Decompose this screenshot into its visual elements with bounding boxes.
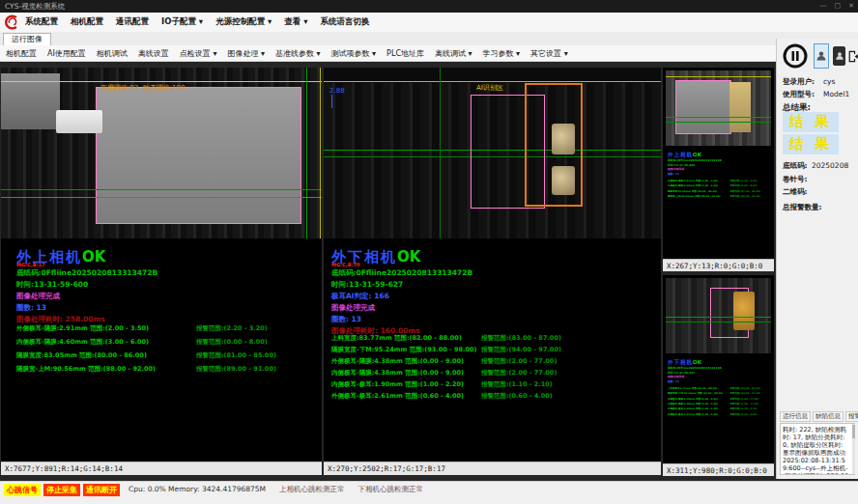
result-sub-lower: MG:C,B:70 (331, 262, 359, 267)
green-guide-line (666, 322, 771, 322)
pause-button[interactable] (782, 42, 809, 70)
alarm-text: 报警范围:(83.00 - 87.00) (730, 387, 760, 390)
measure-text: 上料宽度:83.77mm 范围:(82.00 - 88.00) (668, 387, 717, 390)
log-text-area[interactable]: 耗时: 222, 缺陷检测耗时: 17, 缺陷分类耗时: 0, 缺陷提取分区耗时… (780, 423, 855, 475)
log-tab-alarm-info[interactable]: 报警信息 (845, 411, 858, 422)
green-guide-line (1, 197, 322, 198)
alarm-count-label: 总报警数量: (783, 203, 822, 212)
model-value: Model1 (823, 90, 849, 98)
alarm-text: 报警范围:(1.10 - 2.10) (730, 407, 758, 410)
alarm-text: 报警范围:(1.10 - 2.10) (481, 380, 553, 389)
alarm-text: 报警范围:(2.00 - 77.00) (481, 369, 557, 378)
measure-text: 外侧极耳-隔膜:2.91mm 范围:(2.00 - 3.50) (16, 324, 149, 332)
menu-item-io-config[interactable]: IO子配置 ▾ (161, 16, 203, 28)
count-line: 圈数: 13 (16, 303, 46, 313)
time-line: 时间:13-31-59-627 (668, 371, 695, 375)
green-guide-line (1, 189, 322, 190)
result-badge-upper: 结 果 (783, 112, 839, 132)
measure-text: 隔膜宽-上M:90.56mm 范围:(88.00 - 92.00) (668, 195, 721, 198)
pixel-coords-upper: X:7677;Y:891;R:14;G:14;B:14 (1, 462, 322, 475)
alarm-text: 报警范围:(89.00 - 91.00) (196, 365, 276, 374)
mini-result-lower: 外下相机OK 底纸码:0Ffliine2025020813313472B 时间:… (668, 358, 778, 366)
measure-text: 隔膜宽度:83.05mm 范围:(80.00 - 86.00) (16, 351, 147, 359)
tool-test-params[interactable]: 测试项参数 ▾ (331, 48, 377, 59)
thumb-panel-lower[interactable]: 外下相机OK 底纸码:0Ffliine2025020813313472B 时间:… (663, 275, 774, 476)
green-guide-line (666, 122, 771, 123)
alarm-text: 报警范围:(81.00 - 85.00) (196, 351, 276, 360)
camera-image-lower[interactable]: AI识别区 2.88 (324, 68, 661, 238)
exit-door-icon (847, 49, 858, 64)
user-login-button[interactable] (814, 43, 829, 69)
menu-item-language[interactable]: 系统语言切换 (321, 16, 370, 28)
tool-image-process[interactable]: 图像处理 ▾ (227, 48, 265, 59)
measure-text: 外侧极耳-隔膜:2.91mm 范围:(2.00 - 3.50) (668, 180, 718, 182)
log-tab-strip: 运行信息 缺陷信息 报警信息 (780, 411, 858, 422)
pixel-coords-lower: X:270;Y:2502;R:17;G:17;B:17 (324, 462, 661, 475)
threshold-overlay-text: 灰度阈值:93, 动态阈值:100 (100, 83, 185, 93)
maximize-icon[interactable]: ▢ (835, 0, 842, 13)
close-icon[interactable]: ✕ (848, 0, 854, 13)
log-tab-defect-info[interactable]: 缺陷信息 (813, 411, 844, 422)
tool-baseline-params[interactable]: 基准线参数 ▾ (275, 48, 321, 59)
user-icon (815, 49, 827, 63)
toolbar: 相机配置 AI使用配置 相机调试 离线设置 点检设置 ▾ 图像处理 ▾ 基准线参… (0, 45, 858, 62)
tool-spot-check[interactable]: 点检设置 ▾ (180, 48, 217, 59)
tab-connector (56, 110, 102, 133)
log-tab-run-info[interactable]: 运行信息 (780, 411, 811, 422)
log-scrollbar-thumb[interactable] (852, 425, 855, 438)
thumb-panel-upper[interactable]: 外上相机OK 底纸码:0Ffliine2025020813313472B 时间:… (663, 68, 774, 271)
menu-item-camera-config[interactable]: 相机配置 (71, 16, 103, 28)
pixel-coords-thumb-lower: X:311;Y:980;R:0;G:0;B:0 (663, 463, 774, 476)
tool-plc-address[interactable]: PLC地址库 (386, 48, 424, 59)
heartbeat-badge: 心跳信号 (4, 484, 41, 496)
measure-text: 内侧极耳-隔膜:4.38mm 范围:(0.00 - 9.00) (668, 403, 718, 406)
login-user-value: cys (823, 77, 835, 86)
cpu-memory-text: Cpu: 0.0% Memory: 3424.41796875M (129, 485, 266, 493)
window-title: CYS-视觉检测系统 (5, 0, 65, 13)
tool-other-settings[interactable]: 其它设置 ▾ (530, 48, 568, 59)
done-line: 图像处理完成 (16, 292, 60, 301)
exit-button[interactable] (847, 46, 858, 66)
tool-learn-params[interactable]: 学习参数 ▾ (483, 48, 521, 59)
base-paper-code-label: 底纸码: (783, 161, 808, 171)
tool-offline-debug[interactable]: 离线调试 ▾ (435, 48, 472, 59)
thumb-image-upper[interactable] (666, 70, 771, 146)
roi-box-magenta (675, 80, 731, 134)
tool-camera-config[interactable]: 相机配置 (6, 48, 37, 59)
menu-item-system-config[interactable]: 系统配置 (25, 16, 58, 28)
login-user-label: 登录用户: (783, 77, 815, 87)
menu-item-light-config[interactable]: 光源控制配置 ▾ (215, 16, 272, 28)
measure-text: 外侧极耳-极耳:2.61mm 范围:(0.60 - 4.00) (668, 412, 718, 415)
menu-item-view[interactable]: 查看 ▾ (284, 16, 307, 28)
roll-pin-label: 卷针号: (783, 175, 808, 184)
camera-image-upper[interactable]: 灰度阈值:93, 动态阈值:100 (1, 68, 322, 238)
measure-text: 隔膜宽度-下M:95.24mm 范围:(93.00 - 98.00) (668, 392, 723, 395)
minimize-icon[interactable]: — (820, 0, 827, 13)
tool-ai-config[interactable]: AI使用配置 (47, 48, 86, 59)
green-guide-line (666, 117, 771, 118)
camera-panel-upper: 灰度阈值:93, 动态阈值:100 外上相机OK MG:C,B:17 底纸码:0… (1, 68, 322, 475)
user-icon (835, 50, 844, 62)
elapsed-line: 图像处理耗时: 258.00ms (16, 315, 105, 324)
measure-text: 内侧极耳-隔膜:4.60mm 范围:(3.00 - 6.00) (16, 338, 149, 346)
code-line: 底纸码:0Ffliine2025020813313472B (668, 158, 722, 162)
time-line: 时间:13-31-59-627 (331, 280, 403, 290)
alarm-text: 报警范围:(2.00 - 77.00) (730, 403, 759, 406)
control-panel: 登录用户: cys 使用型号: Model1 总结果: 结 果 结 果 底纸码:… (776, 39, 858, 479)
ai-judge-line: 极耳AI判定: 166 (331, 292, 389, 301)
tab-run-image[interactable]: 运行图像 (3, 33, 51, 45)
tool-offline-setting[interactable]: 离线设置 (138, 48, 169, 59)
alarm-text: 报警范围:(2.20 - 3.20) (196, 324, 268, 333)
measure-text: 内侧极耳-极耳:1.90mm 范围:(1.00 - 2.20) (331, 380, 464, 388)
qrcode-label: 二维码: (783, 187, 808, 197)
result-block-upper: 外上相机OK MG:C,B:17 底纸码:0Ffliine20250208133… (16, 247, 306, 324)
status-bar: 心跳信号 停止采集 通讯断开 Cpu: 0.0% Memory: 3424.41… (0, 481, 858, 504)
measure-text: 内侧极耳-极耳:1.90mm 范围:(1.00 - 2.20) (668, 407, 718, 410)
thumb-image-lower[interactable] (666, 278, 771, 353)
green-vertical-line (440, 68, 441, 238)
menu-item-comm-config[interactable]: 通讯配置 (116, 16, 149, 28)
result-ok-upper: OK (82, 248, 105, 266)
user-dark-button[interactable] (833, 46, 845, 66)
result-ok: OK (693, 151, 701, 157)
tool-camera-debug[interactable]: 相机调试 (97, 48, 128, 59)
